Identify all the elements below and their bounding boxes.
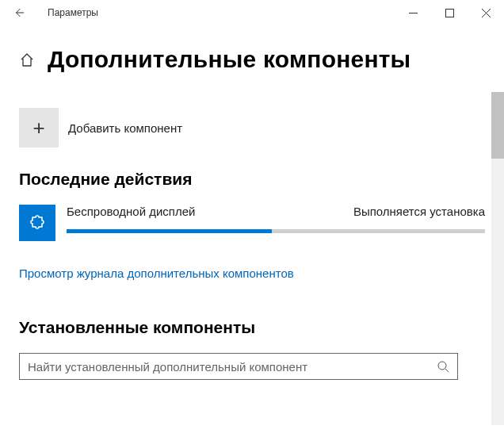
recent-action-item[interactable]: Беспроводной дисплей Выполняется установ… — [19, 205, 485, 241]
action-name: Беспроводной дисплей — [67, 205, 195, 218]
svg-line-5 — [445, 369, 449, 372]
maximize-button[interactable] — [431, 0, 468, 25]
home-icon-svg — [19, 52, 35, 67]
app-title: Параметры — [48, 7, 98, 18]
content-area: Дополнительные компоненты + Добавить ком… — [0, 25, 504, 380]
scrollbar-track[interactable] — [491, 92, 504, 425]
svg-point-4 — [438, 362, 446, 370]
maximize-icon — [445, 9, 454, 17]
home-icon[interactable] — [19, 52, 35, 67]
search-box[interactable] — [19, 353, 458, 380]
page-title: Дополнительные компоненты — [48, 46, 410, 73]
minimize-icon — [409, 9, 418, 17]
progress-fill — [67, 229, 272, 233]
puzzle-icon — [27, 213, 48, 233]
minimize-button[interactable] — [395, 0, 431, 25]
action-text-row: Беспроводной дисплей Выполняется установ… — [67, 205, 485, 218]
action-status: Выполняется установка — [353, 205, 485, 218]
close-icon — [482, 9, 491, 17]
view-history-link[interactable]: Просмотр журнала дополнительных компонен… — [19, 266, 485, 280]
titlebar-left: Параметры — [6, 0, 98, 25]
svg-rect-1 — [445, 9, 453, 17]
plus-icon: + — [19, 108, 59, 148]
action-body: Беспроводной дисплей Выполняется установ… — [67, 205, 485, 233]
scrollbar-thumb[interactable] — [491, 92, 504, 159]
page-header: Дополнительные компоненты — [19, 46, 485, 73]
search-icon[interactable] — [437, 360, 449, 373]
arrow-left-icon — [13, 6, 25, 19]
progress-bar — [67, 229, 485, 233]
search-input[interactable] — [28, 360, 430, 374]
feature-icon — [19, 205, 55, 241]
titlebar: Параметры — [0, 0, 504, 25]
close-button[interactable] — [468, 0, 504, 25]
window-controls — [395, 0, 504, 25]
recent-actions-heading: Последние действия — [19, 170, 485, 189]
back-button[interactable] — [6, 0, 32, 25]
add-feature-label: Добавить компонент — [68, 121, 182, 135]
installed-heading: Установленные компоненты — [19, 318, 485, 337]
add-feature-button[interactable]: + Добавить компонент — [19, 108, 485, 148]
